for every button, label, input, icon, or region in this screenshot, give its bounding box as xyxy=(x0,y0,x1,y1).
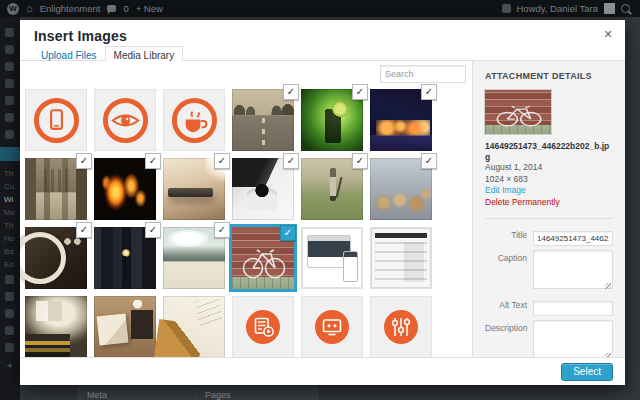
caption-label: Caption xyxy=(485,250,533,293)
check-icon[interactable]: ✓ xyxy=(283,84,299,100)
alt-text-label: Alt Text xyxy=(485,297,533,316)
media-grid: ✓✓✓✓✓✓✓✓✓✓✓✓✓ xyxy=(25,89,432,358)
media-item-road[interactable]: ✓ xyxy=(232,89,294,151)
media-item-typewriter[interactable]: ✓ xyxy=(232,158,294,220)
description-label: Description xyxy=(485,320,533,358)
media-item-street[interactable]: ✓ xyxy=(25,158,87,220)
admin-menu-icon xyxy=(5,62,14,71)
admin-menu-icon xyxy=(5,343,14,352)
form-add-icon xyxy=(246,310,280,344)
check-icon[interactable]: ✓ xyxy=(145,222,161,238)
admin-submenu-item: Th xyxy=(4,219,15,232)
attachment-details-panel: ATTACHMENT DETAILS 14649251473_446222b20… xyxy=(472,61,625,358)
wordpress-logo-icon[interactable]: W xyxy=(7,3,19,15)
media-item-donuts[interactable]: ✓ xyxy=(370,158,432,220)
collapse-menu-icon: ◄ xyxy=(5,361,13,370)
attachment-thumbnail xyxy=(485,90,551,134)
admin-submenu-item: Cu xyxy=(4,180,15,193)
media-item-smartphone[interactable] xyxy=(25,89,87,151)
media-item-screen[interactable] xyxy=(301,296,363,358)
smartphone-icon xyxy=(33,97,80,144)
home-icon[interactable]: ⌂ xyxy=(26,3,33,14)
admin-menu-icon xyxy=(5,275,14,284)
check-icon[interactable]: ✓ xyxy=(214,222,230,238)
admin-menu-active-item xyxy=(0,147,20,161)
admin-bar: W ⌂ Enlightenment 0 + New Howdy, Daniel … xyxy=(0,0,640,17)
media-item-coffee[interactable] xyxy=(163,89,225,151)
title-label: Title xyxy=(485,227,533,246)
admin-submenu-item: Ba xyxy=(4,245,15,258)
search-icon[interactable] xyxy=(621,4,630,13)
media-item-eye[interactable] xyxy=(94,89,156,151)
screen-icon xyxy=(315,310,349,344)
admin-submenu-item: Me xyxy=(4,206,15,219)
check-icon[interactable]: ✓ xyxy=(352,153,368,169)
admin-menu-icon xyxy=(5,326,14,335)
coffee-icon xyxy=(171,97,218,144)
description-field[interactable] xyxy=(533,320,613,358)
check-icon[interactable]: ✓ xyxy=(421,153,437,169)
media-item-snow-lake[interactable]: ✓ xyxy=(163,227,225,289)
comments-icon[interactable] xyxy=(107,5,116,12)
media-item-forest-lamp[interactable]: ✓ xyxy=(94,227,156,289)
admin-menu-icon xyxy=(5,130,14,139)
attachment-date: August 1, 2014 xyxy=(485,162,613,173)
media-item-notebook[interactable] xyxy=(94,296,156,358)
select-button[interactable]: Select xyxy=(561,363,613,381)
avatar xyxy=(604,3,615,14)
media-item-golfer[interactable]: ✓ xyxy=(301,158,363,220)
admin-menu-icon xyxy=(5,292,14,301)
media-item-night-candles[interactable]: ✓ xyxy=(370,89,432,151)
caption-field[interactable] xyxy=(533,250,613,289)
media-item-bicycle[interactable]: ✓ xyxy=(232,227,294,289)
admin-submenu-item: He xyxy=(4,232,15,245)
admin-menu-icon xyxy=(5,113,14,122)
site-name-link[interactable]: Enlightenment xyxy=(40,3,101,14)
widget-pages: Pages xyxy=(196,387,318,400)
modal-toolbar: Select xyxy=(20,357,625,385)
admin-menu-icon xyxy=(5,45,14,54)
search-input[interactable] xyxy=(380,65,466,83)
admin-menu-icon xyxy=(5,309,14,318)
check-icon[interactable]: ✓ xyxy=(421,84,437,100)
media-item-desk-device[interactable]: ✓ xyxy=(163,158,225,220)
check-icon[interactable]: ✓ xyxy=(214,153,230,169)
howdy-account-link[interactable]: Howdy, Daniel Tara xyxy=(517,3,599,14)
media-library-panel: ✓✓✓✓✓✓✓✓✓✓✓✓✓ xyxy=(20,61,472,358)
check-icon[interactable]: ✓ xyxy=(283,153,299,169)
media-item-website[interactable] xyxy=(301,227,363,289)
edit-image-link[interactable]: Edit Image xyxy=(485,185,613,197)
admin-submenu-item: Wi xyxy=(4,193,15,206)
media-tabs: Upload FilesMedia Library xyxy=(20,44,625,61)
attachment-fields: TitleCaptionAlt TextDescription xyxy=(485,218,613,358)
alt-text-field[interactable] xyxy=(533,301,613,316)
comments-count[interactable]: 0 xyxy=(123,3,128,14)
media-item-form-add[interactable] xyxy=(232,296,294,358)
media-item-fire[interactable]: ✓ xyxy=(94,158,156,220)
modal-title: Insert Images xyxy=(34,28,127,44)
media-item-desk-books[interactable] xyxy=(25,296,87,358)
widget-meta: Meta xyxy=(78,387,200,400)
admin-menu-icon xyxy=(5,28,14,37)
media-item-car-interior[interactable]: ✓ xyxy=(25,227,87,289)
check-icon[interactable]: ✓ xyxy=(280,225,296,241)
check-icon[interactable]: ✓ xyxy=(76,222,92,238)
admin-bar-icon xyxy=(502,4,511,13)
check-icon[interactable]: ✓ xyxy=(145,153,161,169)
eye-icon xyxy=(102,97,149,144)
media-item-green-drink[interactable]: ✓ xyxy=(301,89,363,151)
media-item-sliders[interactable] xyxy=(370,296,432,358)
check-icon[interactable]: ✓ xyxy=(352,84,368,100)
admin-submenu-item: Th xyxy=(4,167,15,180)
media-item-admin[interactable] xyxy=(370,227,432,289)
close-icon[interactable]: ✕ xyxy=(599,25,617,43)
check-icon[interactable]: ✓ xyxy=(76,153,92,169)
attachment-filename: 14649251473_446222b202_b.jpg xyxy=(485,141,613,162)
admin-menu-icon xyxy=(5,96,14,105)
title-field[interactable] xyxy=(533,231,613,246)
new-menu[interactable]: + New xyxy=(136,3,163,14)
delete-permanently-link[interactable]: Delete Permanently xyxy=(485,197,613,209)
media-item-writing[interactable] xyxy=(163,296,225,358)
bicycle-graphic xyxy=(485,90,551,134)
bicycle-graphic xyxy=(232,227,294,289)
